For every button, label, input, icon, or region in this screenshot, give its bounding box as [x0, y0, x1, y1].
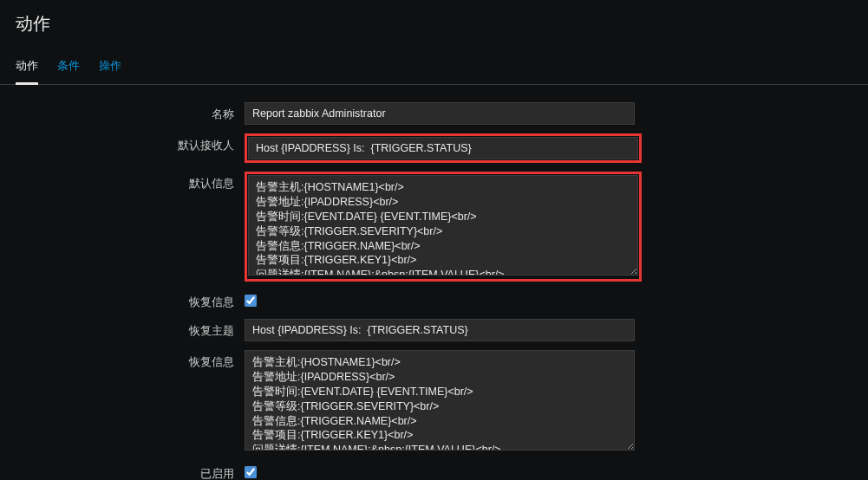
default-message-textarea[interactable]	[248, 175, 638, 276]
default-recipient-label: 默认接收人	[16, 133, 245, 153]
default-message-label: 默认信息	[16, 172, 245, 191]
tabs-container: 动作 条件 操作	[0, 44, 868, 85]
name-input[interactable]	[245, 102, 635, 125]
recovery-info-label: 恢复信息	[16, 350, 245, 370]
enabled-label: 已启用	[16, 462, 245, 480]
default-recipient-highlight	[245, 133, 642, 163]
default-recipient-input[interactable]	[248, 137, 638, 159]
tab-action[interactable]: 动作	[16, 58, 38, 85]
recovery-subject-input[interactable]	[245, 319, 635, 341]
page-title: 动作	[0, 0, 868, 44]
tab-operation[interactable]: 操作	[99, 58, 121, 84]
tab-condition[interactable]: 条件	[57, 58, 80, 84]
recovery-message-label: 恢复信息	[16, 290, 245, 310]
enabled-checkbox[interactable]	[245, 466, 257, 478]
recovery-subject-label: 恢复主题	[16, 319, 245, 339]
default-message-highlight	[245, 172, 642, 282]
action-form: 名称 默认接收人 默认信息 恢复信息 恢复主题 恢复信息	[0, 85, 868, 480]
recovery-info-textarea[interactable]	[245, 350, 635, 451]
recovery-message-checkbox[interactable]	[245, 295, 257, 307]
name-label: 名称	[16, 102, 245, 122]
